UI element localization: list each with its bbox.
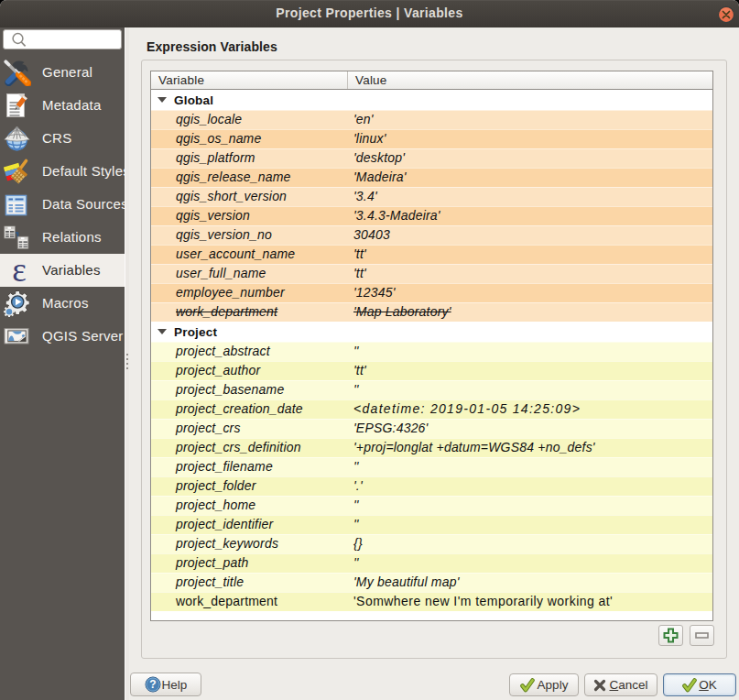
svg-text:?: ? xyxy=(149,678,156,691)
